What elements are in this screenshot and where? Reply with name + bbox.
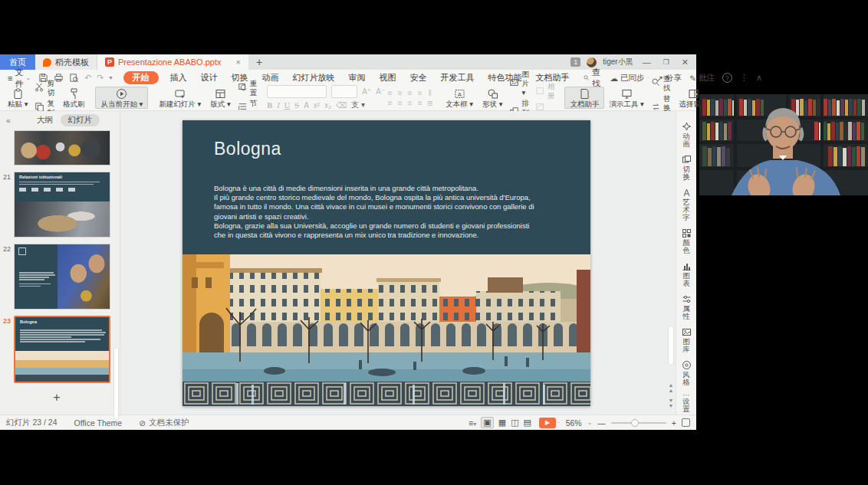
sidebar-item-animation[interactable]: 动画: [682, 122, 692, 148]
reset-button[interactable]: 重置: [235, 79, 261, 97]
layout-button[interactable]: 版式 ▾: [205, 87, 235, 109]
minimize-button[interactable]: —: [639, 57, 654, 67]
new-tab-button[interactable]: +: [248, 54, 270, 70]
slide-sorter-icon[interactable]: ▦: [498, 418, 506, 428]
add-slide-button[interactable]: +: [0, 389, 113, 409]
sync-status[interactable]: ☁ 已同步 ·: [610, 73, 649, 84]
thumb-slide-title: Relazioni istituzionali: [15, 172, 110, 180]
zoom-slider[interactable]: [611, 422, 666, 424]
strikethrough-button[interactable]: S: [294, 101, 299, 110]
notification-badge[interactable]: 1: [570, 57, 580, 67]
album-button[interactable]: 相册: [533, 82, 559, 100]
webcam-video[interactable]: [699, 94, 868, 195]
cut-button[interactable]: 剪切: [32, 79, 58, 97]
play-from-current-button[interactable]: 从当前开始 ▾: [95, 87, 148, 109]
zoom-in-button[interactable]: +: [672, 418, 676, 428]
thumbnail-slide-23[interactable]: Bologna: [14, 316, 110, 383]
menu-bar: ≡ 文件 ⌄ ↶ ↷ ▾ 开始 插入 设计 切换: [0, 70, 696, 86]
underline-button[interactable]: U: [284, 101, 291, 110]
next-slide-button[interactable]: ▼▼: [667, 398, 675, 408]
bold-button[interactable]: B: [267, 101, 272, 110]
redo-icon[interactable]: ↷: [97, 73, 104, 83]
close-window-button[interactable]: ✕: [679, 57, 692, 67]
sidebar-item-settings[interactable]: ⋯ 设置: [682, 393, 691, 413]
subscript-icon[interactable]: x₂: [324, 101, 331, 110]
phonetic-icon[interactable]: 支 ▾: [351, 100, 365, 110]
restore-button[interactable]: ❐: [660, 58, 672, 66]
sidebar-item-transition[interactable]: 切换: [682, 155, 692, 181]
menu-home[interactable]: 开始: [123, 71, 159, 84]
undo-icon[interactable]: ↶: [84, 73, 91, 83]
collapse-ribbon-icon[interactable]: ∧: [756, 73, 762, 83]
format-painter-button[interactable]: 格式刷: [58, 87, 90, 109]
find-button[interactable]: 查找: [649, 74, 675, 93]
sidebar-item-gallery[interactable]: 图库: [682, 327, 692, 353]
fit-to-window-icon[interactable]: [682, 418, 690, 427]
menu-slideshow[interactable]: 幻灯片放映: [286, 70, 342, 86]
more-menu-icon[interactable]: ⋮: [740, 73, 748, 83]
split-view-icon[interactable]: ◫: [511, 418, 518, 428]
menu-security[interactable]: 安全: [403, 70, 434, 86]
slide-body-line: giovani artisti e spazi creativi.: [214, 212, 567, 221]
slideshow-play-button[interactable]: ▶: [539, 418, 556, 428]
sidebar-item-style[interactable]: 风格: [682, 360, 692, 386]
sidebar-item-properties[interactable]: 属性: [682, 294, 692, 320]
thumbnail-slide-20[interactable]: [14, 130, 110, 165]
slide-23-editing-area[interactable]: Bologna Bologna è una città di medie dim…: [182, 120, 590, 406]
help-icon[interactable]: ?: [722, 73, 732, 83]
doc-assistant-button[interactable]: 文档助手: [564, 87, 604, 109]
zoom-level[interactable]: 56%: [566, 418, 582, 428]
menu-find[interactable]: 查找: [577, 67, 610, 90]
clear-format-icon[interactable]: ⌫: [336, 101, 347, 110]
play-options-icon[interactable]: ·: [557, 419, 560, 426]
quickbar-dropdown-icon[interactable]: ▾: [110, 74, 113, 81]
thumbnail-scrollbar[interactable]: [113, 347, 119, 421]
notes-view-icon[interactable]: ≡▾: [469, 418, 476, 428]
zoom-dropdown-icon[interactable]: ⌄: [587, 419, 593, 426]
textbox-button[interactable]: A 文本框 ▾: [441, 87, 478, 109]
print-preview-icon[interactable]: [69, 73, 79, 83]
font-name-combobox[interactable]: [267, 85, 327, 98]
tab-document-active[interactable]: P Presentazione ABABO.pptx ×: [97, 54, 248, 70]
find-icon: [651, 77, 661, 89]
protection-status[interactable]: ⊘ 文档未保护: [139, 418, 189, 428]
menu-review[interactable]: 审阅: [342, 70, 373, 86]
paste-button[interactable]: 粘贴 ▾: [3, 87, 32, 109]
decrease-font-icon[interactable]: A⁻: [376, 87, 385, 96]
sidebar-item-color[interactable]: 颜色: [682, 228, 692, 254]
thumbnail-slide-22[interactable]: [14, 244, 110, 310]
bologna-illustration[interactable]: [182, 254, 590, 406]
outline-tab[interactable]: 大纲: [37, 115, 53, 126]
menu-design[interactable]: 设计: [194, 70, 225, 86]
collapse-panel-icon[interactable]: «: [0, 116, 17, 125]
picture-button[interactable]: 图片 ▾: [507, 70, 533, 97]
italic-button[interactable]: I: [277, 101, 280, 110]
paragraph-controls[interactable]: ≡≡≡≡‖ ≡≡≡≡≣: [385, 87, 435, 109]
menu-insert[interactable]: 插入: [163, 70, 194, 86]
zoom-out-button[interactable]: —: [597, 418, 606, 428]
menu-devtools[interactable]: 开发工具: [434, 70, 482, 86]
thumbnail-slide-21[interactable]: Relazioni istituzionali: [14, 172, 110, 238]
comment-button[interactable]: ✎ 批注: [689, 73, 715, 84]
font-color-icon[interactable]: A: [304, 101, 309, 110]
new-slide-button[interactable]: 新建幻灯片 ▾: [154, 87, 205, 109]
canvas-scrollbar[interactable]: [668, 326, 674, 365]
normal-view-icon[interactable]: ▣: [481, 417, 493, 428]
shapes-button[interactable]: 形状 ▾: [478, 87, 507, 109]
slides-tab[interactable]: 幻灯片: [61, 114, 100, 126]
present-tools-button[interactable]: 演示工具 ▾: [604, 87, 648, 109]
reading-view-icon[interactable]: ▤: [524, 418, 531, 428]
slide-title[interactable]: Bologna: [214, 139, 281, 159]
tab-close-icon[interactable]: ×: [236, 57, 241, 67]
sidebar-item-chart[interactable]: 图表: [682, 261, 692, 287]
slide-body-textbox[interactable]: Bologna è una città di medie dimensioni …: [214, 184, 567, 240]
menu-view[interactable]: 视图: [373, 70, 403, 86]
previous-slide-button[interactable]: ▲▲: [667, 382, 675, 393]
tab-template-store[interactable]: 稻壳模板: [35, 54, 97, 70]
font-size-combobox[interactable]: [331, 85, 357, 98]
superscript-icon[interactable]: x²: [314, 101, 320, 110]
increase-font-icon[interactable]: A⁺: [362, 87, 371, 96]
file-menu[interactable]: ≡ 文件 ⌄: [5, 67, 34, 90]
zoom-slider-knob[interactable]: [631, 419, 639, 427]
sidebar-item-wordart[interactable]: 艺术字: [682, 188, 692, 221]
